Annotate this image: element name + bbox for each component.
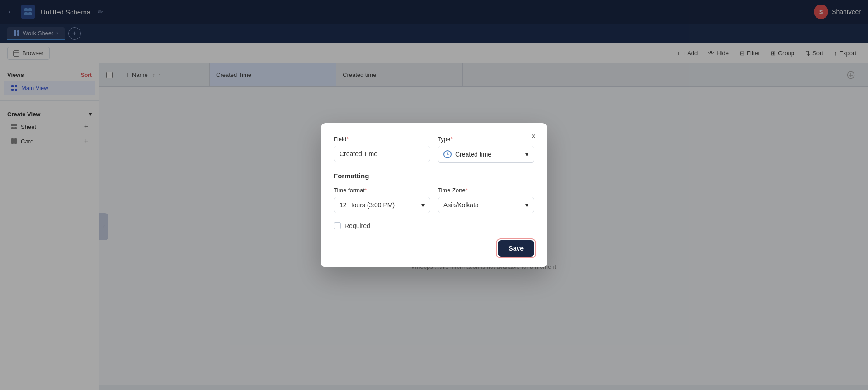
- time-zone-required-star: *: [466, 187, 468, 194]
- time-zone-field: Time Zone* Asia/Kolkata ▾: [438, 187, 534, 213]
- field-config-modal: × Field* Type*: [321, 123, 547, 267]
- type-value: Created time: [455, 151, 491, 158]
- type-dropdown[interactable]: Created time ▾: [438, 146, 534, 163]
- type-dropdown-icon: ▾: [525, 151, 528, 158]
- required-label: Required: [344, 222, 370, 229]
- modal-close-button[interactable]: ×: [527, 130, 540, 143]
- clock-icon: [443, 150, 452, 158]
- modal-overlay[interactable]: × Field* Type*: [0, 0, 868, 390]
- field-name-input[interactable]: [334, 146, 430, 162]
- type-label: Type*: [438, 136, 534, 143]
- modal-footer: Save: [334, 240, 534, 257]
- time-format-dropdown[interactable]: 12 Hours (3:00 PM) ▾: [334, 197, 430, 213]
- time-zone-dropdown[interactable]: Asia/Kolkata ▾: [438, 197, 534, 213]
- formatting-section: Formatting Time format* 12 Hours (3:00 P…: [334, 172, 534, 213]
- time-format-label: Time format*: [334, 187, 430, 194]
- time-format-timezone-row: Time format* 12 Hours (3:00 PM) ▾ Time Z…: [334, 187, 534, 213]
- time-zone-value: Asia/Kolkata: [443, 201, 479, 209]
- required-checkbox[interactable]: [334, 222, 341, 229]
- time-format-field: Time format* 12 Hours (3:00 PM) ▾: [334, 187, 430, 213]
- time-format-value: 12 Hours (3:00 PM): [340, 201, 395, 209]
- svg-line-29: [448, 154, 448, 155]
- field-type-row: Field* Type* Creat: [334, 136, 534, 163]
- field-label: Field*: [334, 136, 430, 143]
- time-zone-label: Time Zone*: [438, 187, 534, 194]
- time-format-chevron: ▾: [421, 201, 425, 209]
- save-button[interactable]: Save: [498, 240, 534, 257]
- type-field: Type* Created time ▾: [438, 136, 534, 163]
- time-zone-chevron: ▾: [525, 201, 528, 209]
- field-required-star: *: [346, 136, 349, 143]
- required-row: Required: [334, 222, 534, 229]
- formatting-title: Formatting: [334, 172, 534, 180]
- field-name-field: Field*: [334, 136, 430, 163]
- type-required-star: *: [450, 136, 453, 143]
- time-format-required-star: *: [365, 187, 367, 194]
- save-pulse-effect: [496, 238, 536, 258]
